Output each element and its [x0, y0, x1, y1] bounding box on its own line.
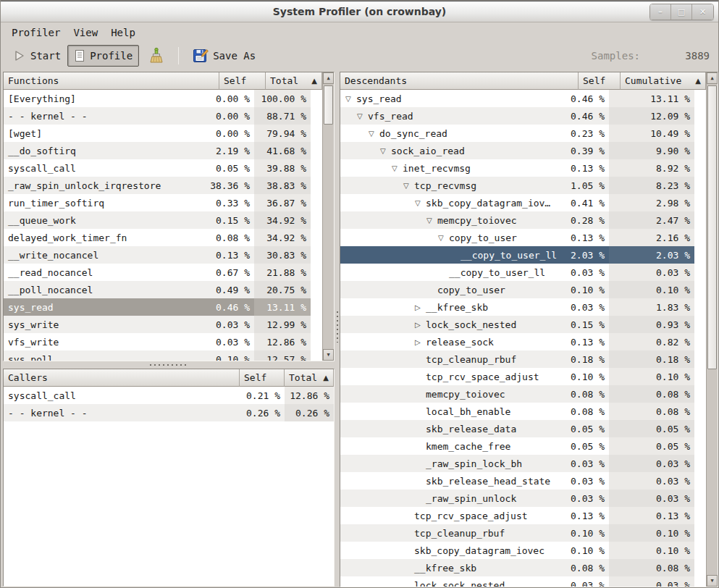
descendants-scrollbar-thumb[interactable] — [707, 85, 717, 369]
cell-function-name: run_timer_softirq — [4, 194, 208, 211]
tree-row[interactable]: ▽skb_copy_datagram_iov…0.41 %2.98 % — [340, 194, 694, 211]
scroll-up-icon[interactable]: ▲ — [323, 72, 334, 84]
table-row[interactable]: sys_poll0.10 %12.57 % — [4, 350, 311, 361]
functions-panel: Functions Self Total▲ [Everything]0.00 %… — [3, 72, 335, 361]
tree-row[interactable]: __kfree_skb0.08 %0.08 % — [340, 559, 694, 576]
tree-row[interactable]: ▽vfs_read0.46 %12.09 % — [340, 107, 694, 125]
table-row[interactable]: - - kernel - -0.00 %88.71 % — [4, 107, 311, 125]
expander-expanded-icon[interactable]: ▽ — [438, 234, 449, 242]
column-header-self[interactable]: Self — [240, 369, 285, 387]
table-row[interactable]: __write_nocancel0.13 %30.83 % — [4, 246, 311, 264]
functions-scrollbar-thumb[interactable] — [324, 85, 333, 125]
cell-descendant-name: local_bh_enable — [340, 403, 567, 420]
table-row[interactable]: sys_write0.03 %12.99 % — [4, 316, 311, 333]
menu-help[interactable]: Help — [104, 25, 142, 41]
descendant-label: tcp_recvmsg — [414, 180, 476, 191]
tree-row[interactable]: skb_release_head_state0.03 %0.03 % — [340, 472, 694, 490]
expander-expanded-icon[interactable]: ▽ — [345, 95, 356, 103]
expander-expanded-icon[interactable]: ▽ — [403, 182, 414, 190]
cell-self-percent: 0.13 % — [567, 229, 609, 246]
tree-row[interactable]: ▽sock_aio_read0.39 %9.90 % — [340, 142, 694, 159]
cell-descendant-name: tcp_cleanup_rbuf — [340, 524, 567, 542]
tree-row[interactable]: tcp_cleanup_rbuf0.10 %0.10 % — [340, 524, 694, 542]
save-as-button[interactable]: Save As — [186, 43, 262, 68]
descendants-scrollbar[interactable]: ▲ ▼ — [706, 72, 718, 587]
column-header-descendants[interactable]: Descendants — [340, 72, 579, 90]
table-row[interactable]: run_timer_softirq0.33 %36.87 % — [4, 194, 311, 211]
reset-button[interactable] — [142, 43, 171, 69]
expander-collapsed-icon[interactable]: ▷ — [415, 338, 426, 346]
functions-scrollbar[interactable]: ▲ ▼ — [322, 72, 334, 361]
tree-row[interactable]: ▽do_sync_read0.23 %10.49 % — [340, 125, 694, 142]
table-row[interactable]: __read_nocancel0.67 %21.88 % — [4, 264, 311, 281]
tree-row[interactable]: ▷__kfree_skb0.03 %1.83 % — [340, 298, 694, 316]
expander-collapsed-icon[interactable]: ▷ — [415, 321, 426, 329]
table-row[interactable]: _raw_spin_unlock_irqrestore38.36 %38.83 … — [4, 177, 311, 194]
table-row[interactable]: __do_softirq2.19 %41.68 % — [4, 142, 311, 159]
tree-row[interactable]: tcp_rcv_space_adjust0.13 %0.13 % — [340, 507, 694, 524]
menu-profiler[interactable]: Profiler — [5, 25, 67, 41]
tree-row[interactable]: copy_to_user0.10 %0.10 % — [340, 281, 694, 298]
tree-row[interactable]: ▽memcpy_toiovec0.28 %2.47 % — [340, 211, 694, 229]
tree-row[interactable]: ▽sys_read0.46 %13.11 % — [340, 90, 694, 107]
column-header-total[interactable]: Total▲ — [285, 369, 334, 387]
column-header-callers[interactable]: Callers — [4, 369, 240, 387]
titlebar[interactable]: System Profiler (on crownbay) –□✕ — [1, 1, 718, 22]
tree-row[interactable]: local_bh_enable0.08 %0.08 % — [340, 403, 694, 420]
minimize-button[interactable]: – — [650, 4, 671, 20]
menu-view[interactable]: View — [67, 25, 104, 41]
expander-expanded-icon[interactable]: ▽ — [415, 199, 426, 207]
cell-total-percent: 12.57 % — [254, 350, 311, 361]
tree-row[interactable]: ▽tcp_recvmsg1.05 %8.23 % — [340, 177, 694, 194]
cell-cumulative-percent: 10.49 % — [609, 125, 694, 142]
tree-row[interactable]: kmem_cache_free0.05 %0.05 % — [340, 437, 694, 455]
profile-toggle-button[interactable]: Profile — [67, 45, 139, 67]
tree-row[interactable]: ▷release_sock0.13 %0.82 % — [340, 333, 694, 350]
table-row[interactable]: syscall_call0.05 %39.88 % — [4, 159, 311, 177]
expander-expanded-icon[interactable]: ▽ — [369, 130, 379, 138]
column-header-cumulative[interactable]: Cumulative▲ — [621, 72, 706, 90]
tree-row[interactable]: tcp_cleanup_rbuf0.18 %0.18 % — [340, 350, 694, 368]
table-row[interactable]: - - kernel - -0.26 %0.26 % — [4, 404, 334, 421]
scroll-up-icon[interactable]: ▲ — [707, 72, 718, 84]
table-row[interactable]: sys_read0.46 %13.11 % — [4, 298, 311, 316]
maximize-button[interactable]: □ — [671, 4, 692, 20]
save-as-button-label: Save As — [213, 50, 256, 62]
table-row[interactable]: __poll_nocancel0.49 %20.75 % — [4, 281, 311, 298]
table-row[interactable]: vfs_write0.03 %12.86 % — [4, 333, 311, 350]
expander-expanded-icon[interactable]: ▽ — [380, 147, 391, 155]
tree-row[interactable]: tcp_rcv_space_adjust0.10 %0.10 % — [340, 368, 694, 385]
tree-row[interactable]: __copy_to_user_ll2.03 %2.03 % — [340, 246, 694, 264]
tree-row[interactable]: ▷lock_sock_nested0.15 %0.93 % — [340, 316, 694, 333]
cell-self-percent: 0.00 % — [208, 125, 254, 142]
tree-row[interactable]: ▽inet_recvmsg0.13 %8.92 % — [340, 159, 694, 177]
expander-expanded-icon[interactable]: ▽ — [357, 112, 368, 120]
column-header-self[interactable]: Self — [219, 72, 266, 90]
tree-row[interactable]: _raw_spin_lock_bh0.03 %0.03 % — [340, 455, 694, 472]
descendant-label: sys_read — [356, 93, 402, 104]
column-header-total[interactable]: Total▲ — [266, 72, 322, 90]
tree-row[interactable]: skb_release_data0.05 %0.05 % — [340, 420, 694, 437]
horizontal-splitter-grip[interactable] — [149, 363, 188, 367]
expander-expanded-icon[interactable]: ▽ — [426, 217, 437, 224]
column-header-self[interactable]: Self — [579, 72, 621, 90]
table-row[interactable]: [Everything]0.00 %100.00 % — [4, 90, 311, 107]
close-button[interactable]: ✕ — [692, 4, 713, 20]
tree-row[interactable]: _raw_spin_unlock0.03 %0.03 % — [340, 490, 694, 507]
tree-row[interactable]: ▽copy_to_user0.13 %2.16 % — [340, 229, 694, 246]
table-row[interactable]: syscall_call0.21 %12.86 % — [4, 387, 334, 404]
table-row[interactable]: delayed_work_timer_fn0.08 %34.92 % — [4, 229, 311, 246]
expander-collapsed-icon[interactable]: ▷ — [415, 303, 426, 311]
column-header-functions[interactable]: Functions — [4, 72, 219, 90]
scroll-down-icon[interactable]: ▼ — [323, 349, 334, 361]
expander-expanded-icon[interactable]: ▽ — [392, 164, 403, 172]
scroll-down-icon[interactable]: ▼ — [707, 575, 718, 587]
table-row[interactable]: __queue_work0.15 %34.92 % — [4, 211, 311, 229]
table-row[interactable]: [wget]0.00 %79.94 % — [4, 125, 311, 142]
tree-row[interactable]: skb_copy_datagram_iovec0.10 %0.10 % — [340, 542, 694, 559]
tree-row[interactable]: memcpy_toiovec0.08 %0.08 % — [340, 385, 694, 403]
tree-row[interactable]: lock_sock_nested0.03 %0.03 % — [340, 576, 694, 587]
cell-descendant-name: skb_release_head_state — [340, 472, 567, 490]
start-button[interactable]: Start — [7, 45, 67, 67]
tree-row[interactable]: __copy_to_user_ll0.03 %0.03 % — [340, 264, 694, 281]
